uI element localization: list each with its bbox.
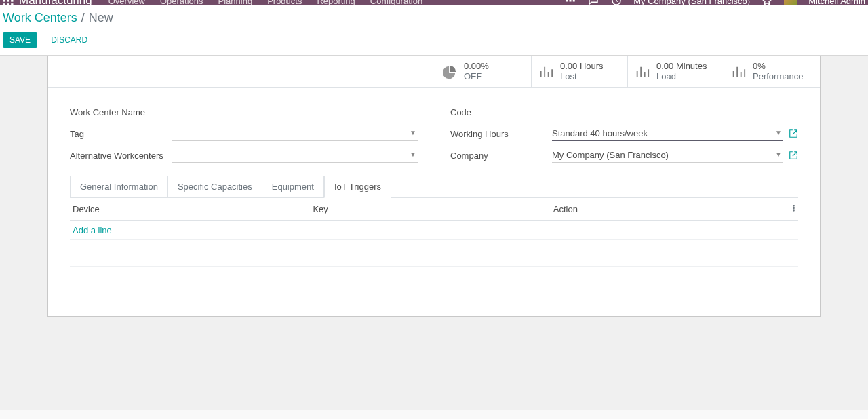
stat-label: Load <box>656 72 707 82</box>
apps-icon[interactable] <box>1 0 15 5</box>
stat-value: 0% <box>753 62 803 72</box>
th-key: Key <box>310 198 550 221</box>
svg-rect-6 <box>3 3 5 5</box>
tab-equipment[interactable]: Equipment <box>262 176 324 198</box>
form-area: 0.00% OEE 0.00 Hours Lost 0.00 Minut <box>0 56 868 410</box>
label-code: Code <box>450 104 552 117</box>
discard-button[interactable]: Discard <box>44 32 94 48</box>
menu-planning[interactable]: Planning <box>218 0 253 5</box>
stat-performance[interactable]: 0% Performance <box>724 56 820 87</box>
svg-rect-5 <box>11 0 13 2</box>
breadcrumb-current: New <box>89 11 113 25</box>
svg-point-16 <box>793 205 795 206</box>
external-link-icon[interactable] <box>789 151 798 160</box>
code-input[interactable] <box>552 104 798 119</box>
external-link-icon[interactable] <box>789 129 798 138</box>
work-center-name-input[interactable] <box>172 104 418 119</box>
company-input[interactable] <box>552 148 783 163</box>
menu-reporting[interactable]: Reporting <box>317 0 355 5</box>
bar-chart-icon <box>635 64 650 79</box>
form-sheet: 0.00% OEE 0.00 Hours Lost 0.00 Minut <box>47 56 821 317</box>
tab-specific-capacities[interactable]: Specific Capacities <box>168 176 262 198</box>
svg-point-18 <box>793 210 795 211</box>
tab-iot-triggers[interactable]: IoT Triggers <box>324 176 391 198</box>
star-icon[interactable] <box>761 0 773 5</box>
control-panel: Work Centers / New Save Discard <box>0 5 868 56</box>
menu-overview[interactable]: Overview <box>108 0 145 5</box>
save-button[interactable]: Save <box>3 32 37 48</box>
tag-input[interactable] <box>172 126 418 141</box>
label-tag: Tag <box>70 126 172 139</box>
breadcrumb-sep: / <box>81 11 85 25</box>
th-action: Action <box>551 198 778 221</box>
stat-label: Lost <box>560 72 604 82</box>
th-settings[interactable] <box>778 198 798 221</box>
svg-point-17 <box>793 207 795 209</box>
menu-configuration[interactable]: Configuration <box>370 0 422 5</box>
pie-chart-icon <box>442 64 457 79</box>
stat-oee[interactable]: 0.00% OEE <box>435 56 531 87</box>
breadcrumb: Work Centers / New <box>3 5 865 28</box>
stat-label: Performance <box>753 72 803 82</box>
iot-triggers-table: Device Key Action Add a line <box>70 198 798 294</box>
svg-rect-4 <box>7 0 9 2</box>
svg-rect-14 <box>573 0 575 2</box>
label-working-hours: Working Hours <box>450 126 552 139</box>
tab-general-information[interactable]: General Information <box>70 176 168 198</box>
stat-value: 0.00 Minutes <box>656 62 707 72</box>
svg-rect-3 <box>3 0 5 2</box>
chat-icon[interactable] <box>587 0 599 5</box>
user-name[interactable]: Mitchell Admin <box>808 0 865 5</box>
stat-value: 0.00 Hours <box>560 62 604 72</box>
stat-label: OEE <box>464 72 489 82</box>
svg-rect-8 <box>11 3 13 5</box>
main-menu: Overview Operations Planning Products Re… <box>100 0 422 5</box>
svg-rect-12 <box>566 0 568 2</box>
stat-buttons: 0.00% OEE 0.00 Hours Lost 0.00 Minut <box>48 56 820 88</box>
stat-load[interactable]: 0.00 Minutes Load <box>627 56 724 87</box>
label-work-center-name: Work Center Name <box>70 104 172 117</box>
app-name[interactable]: Manufacturing <box>19 0 100 5</box>
bar-chart-icon <box>538 64 553 79</box>
alt-workcenters-input[interactable] <box>172 148 418 163</box>
label-company: Company <box>450 148 552 161</box>
tab-bar: General Information Specific Capacities … <box>70 175 798 198</box>
navbar: Manufacturing Overview Operations Planni… <box>0 0 868 5</box>
add-a-line[interactable]: Add a line <box>73 225 112 235</box>
stat-value: 0.00% <box>464 62 489 72</box>
menu-products[interactable]: Products <box>267 0 302 5</box>
bar-chart-icon <box>731 64 746 79</box>
activity-icon[interactable] <box>610 0 623 5</box>
working-hours-input[interactable] <box>552 126 783 141</box>
svg-rect-7 <box>7 3 9 5</box>
company-label[interactable]: My Company (San Francisco) <box>633 0 750 5</box>
notebook: General Information Specific Capacities … <box>48 175 820 316</box>
label-alt-workcenters: Alternative Workcenters <box>70 148 172 161</box>
svg-rect-13 <box>570 0 572 2</box>
form-fields: Work Center Name Tag ▼ Alternative Workc… <box>48 88 820 175</box>
systray-apps-icon[interactable] <box>564 0 576 5</box>
avatar[interactable] <box>784 0 797 5</box>
stat-lost[interactable]: 0.00 Hours Lost <box>531 56 627 87</box>
th-device: Device <box>70 198 310 221</box>
menu-operations[interactable]: Operations <box>160 0 203 5</box>
breadcrumb-parent[interactable]: Work Centers <box>3 11 77 25</box>
